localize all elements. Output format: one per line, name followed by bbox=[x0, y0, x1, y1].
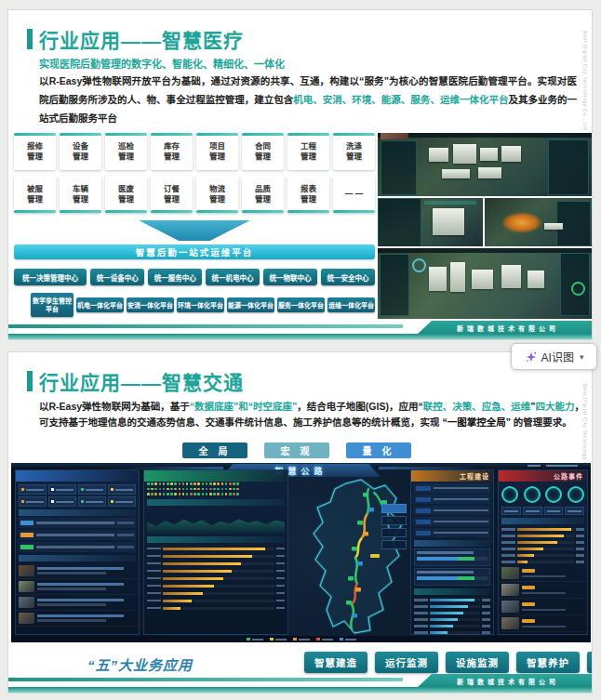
status-dot bbox=[182, 482, 185, 485]
event-title bbox=[37, 567, 124, 570]
status-dot bbox=[159, 493, 162, 495]
bar-label bbox=[147, 585, 161, 588]
row-value bbox=[117, 534, 134, 536]
stat-chip bbox=[19, 496, 47, 507]
center-button: 统一物联中心 bbox=[263, 269, 317, 285]
ai-recognize-button[interactable]: AI识图 ▾ bbox=[511, 343, 597, 370]
status-dot bbox=[167, 488, 169, 491]
bar-label bbox=[147, 562, 161, 565]
text-segment: 的管理要求。 bbox=[511, 416, 572, 428]
status-dot bbox=[154, 488, 157, 491]
bar-track bbox=[517, 541, 574, 544]
alarm-glow bbox=[501, 212, 542, 234]
progress-label bbox=[417, 571, 474, 574]
bar-fill bbox=[163, 592, 203, 595]
status-dot bbox=[151, 493, 154, 495]
center-button: 统一机电中心 bbox=[206, 269, 260, 285]
bar-value bbox=[576, 535, 584, 537]
status-dot bbox=[202, 482, 205, 485]
bar-track bbox=[163, 585, 274, 588]
status-dot bbox=[194, 488, 196, 491]
stat-label bbox=[115, 489, 133, 491]
module-card-label: 库存管理 bbox=[162, 141, 180, 163]
dashboard-legend-bar bbox=[11, 636, 591, 642]
footer-line bbox=[8, 678, 403, 681]
info-row bbox=[19, 518, 136, 528]
status-dot bbox=[229, 488, 232, 491]
event-photo bbox=[501, 617, 519, 629]
route-segment-smooth bbox=[355, 558, 357, 584]
stat-chip bbox=[523, 507, 542, 515]
dashboard-panel-road-assets bbox=[15, 469, 140, 635]
gauge-row bbox=[499, 483, 587, 506]
status-dot bbox=[147, 488, 150, 491]
bar-fill bbox=[163, 548, 265, 550]
bar-fill bbox=[163, 562, 241, 565]
stat-label bbox=[115, 501, 133, 503]
bar-value bbox=[576, 554, 584, 557]
chevron-down-icon[interactable]: ▾ bbox=[580, 352, 584, 362]
text-segment: 以R-Easy弹性物联网为基础，基于 bbox=[39, 401, 190, 412]
screenshot-detail bbox=[501, 265, 521, 287]
bar-row bbox=[411, 629, 493, 635]
status-dot bbox=[174, 482, 177, 485]
business-label: “五”大业务应用 bbox=[87, 654, 193, 674]
status-dot bbox=[236, 488, 239, 491]
module-card-label: 报表管理 bbox=[299, 184, 317, 205]
bar-label bbox=[414, 612, 428, 614]
module-card-label: 车辆管理 bbox=[71, 184, 89, 205]
legend-label bbox=[275, 639, 287, 641]
section-divider bbox=[501, 518, 584, 524]
status-dot bbox=[174, 488, 177, 491]
event-title bbox=[37, 583, 124, 586]
center-button: 统一设备中心 bbox=[90, 269, 144, 285]
business-buttons: 智慧建造运行监测设施监测智慧养护安全通行服务 bbox=[304, 652, 583, 673]
status-dot bbox=[236, 493, 239, 495]
bar-track bbox=[430, 599, 480, 601]
event-text bbox=[522, 617, 584, 629]
module-card: 库存管理 bbox=[151, 133, 193, 170]
panel-body bbox=[411, 483, 493, 635]
row-text bbox=[36, 534, 114, 536]
event-photo bbox=[501, 601, 519, 613]
legend-swatch bbox=[270, 638, 274, 641]
bar-row bbox=[144, 589, 287, 597]
legend-label bbox=[322, 639, 333, 641]
module-card: 巡检管理 bbox=[105, 133, 147, 170]
camera-thumb bbox=[381, 133, 408, 139]
bar-value bbox=[576, 561, 584, 563]
bar-label bbox=[147, 577, 161, 580]
status-dot bbox=[209, 482, 212, 485]
bar-value bbox=[482, 618, 490, 621]
bar-label bbox=[501, 548, 515, 550]
ring-gauge bbox=[568, 486, 584, 503]
event-badge bbox=[522, 586, 535, 589]
ring-gauge bbox=[501, 486, 518, 503]
bar-value bbox=[482, 612, 490, 614]
bar-label bbox=[147, 607, 161, 610]
stat-label bbox=[86, 501, 103, 503]
project-tag bbox=[416, 531, 431, 535]
module-card-label: 项目管理 bbox=[207, 141, 226, 163]
status-dot bbox=[202, 493, 205, 495]
panel-header: 工程建设 bbox=[411, 470, 493, 482]
module-card: 设备管理 bbox=[60, 133, 101, 170]
ui-side-panel bbox=[380, 254, 409, 316]
platform-button: 环境一体化平台 bbox=[177, 297, 224, 312]
progress-track bbox=[417, 557, 487, 561]
bar-track bbox=[163, 562, 274, 565]
event-list-item bbox=[16, 595, 139, 611]
project-row bbox=[414, 495, 490, 504]
progress-fill bbox=[458, 557, 474, 561]
event-photo bbox=[19, 565, 34, 576]
bar-row bbox=[499, 552, 587, 559]
legend-item bbox=[316, 638, 333, 641]
stat-label bbox=[568, 510, 581, 512]
bar-track bbox=[163, 592, 274, 595]
slide-title: 行业应用——智慧医疗 bbox=[39, 25, 244, 53]
stat-value bbox=[21, 488, 24, 491]
stat-chip bbox=[19, 484, 47, 495]
event-list-item bbox=[16, 579, 139, 595]
panel-body bbox=[499, 483, 587, 632]
business-button: 智慧养护 bbox=[516, 652, 580, 673]
